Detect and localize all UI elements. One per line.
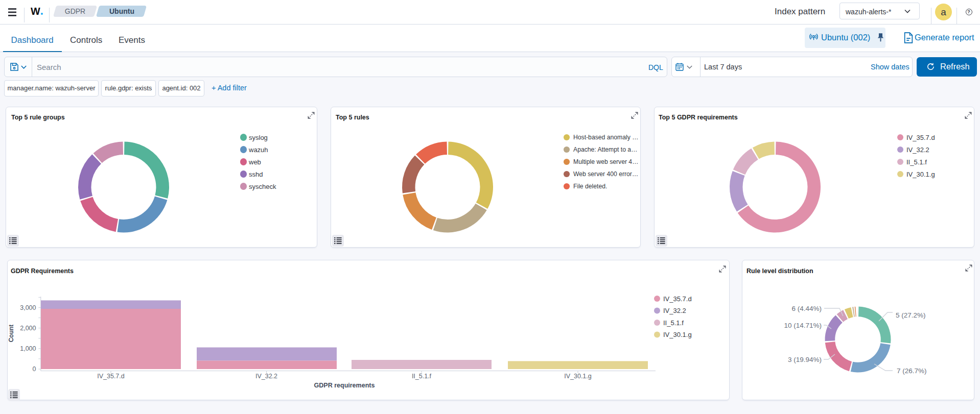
svg-text:IV_35.7.d: IV_35.7.d bbox=[663, 295, 692, 303]
svg-text:IV_35.7.d: IV_35.7.d bbox=[97, 373, 125, 380]
svg-text:IV_30.1.g: IV_30.1.g bbox=[564, 373, 592, 380]
svg-text:3,000: 3,000 bbox=[20, 304, 36, 311]
svg-text:Count: Count bbox=[8, 325, 15, 343]
svg-text:IV_32.2: IV_32.2 bbox=[663, 307, 686, 314]
svg-text:2,000: 2,000 bbox=[20, 325, 36, 332]
svg-text:II_5.1.f: II_5.1.f bbox=[412, 373, 432, 380]
svg-text:IV_30.1.g: IV_30.1.g bbox=[663, 331, 692, 338]
svg-text:IV_32.2: IV_32.2 bbox=[255, 373, 277, 380]
svg-text:1,000: 1,000 bbox=[20, 345, 36, 352]
svg-text:II_5.1.f: II_5.1.f bbox=[663, 319, 684, 327]
svg-text:0: 0 bbox=[33, 366, 36, 373]
svg-text:GDPR requirements: GDPR requirements bbox=[314, 382, 375, 389]
